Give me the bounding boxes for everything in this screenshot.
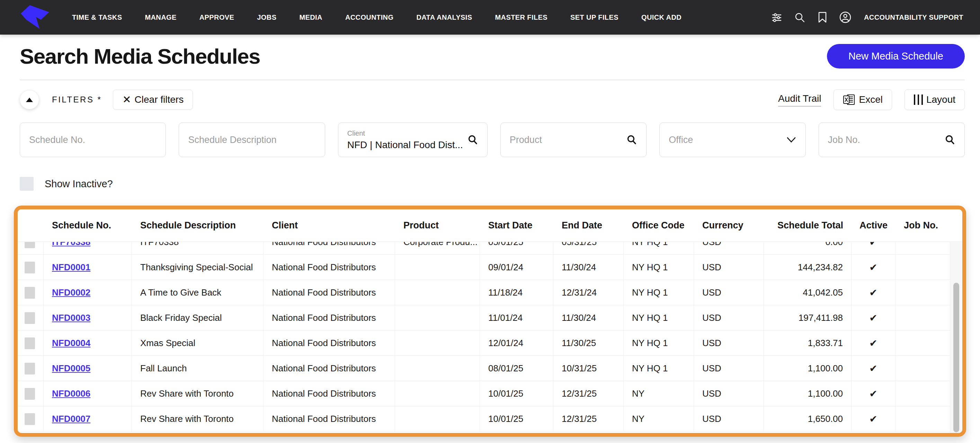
schedule-no-input[interactable] (29, 135, 156, 145)
active-cell: ✔ (851, 280, 896, 305)
start_date-cell: 05/01/25 (480, 242, 554, 254)
vertical-scrollbar-thumb[interactable] (953, 283, 959, 432)
schedule-no-link[interactable]: NFD0005 (52, 363, 91, 374)
job-no-input[interactable] (828, 135, 940, 145)
row-checkbox[interactable] (25, 363, 35, 375)
client-field[interactable]: Client NFD | National Food Dist... (338, 122, 488, 157)
office_code-cell: NY HQ 1 (624, 356, 694, 381)
schedule_total-cell: 1,650.00 (764, 406, 851, 431)
search-icon[interactable] (467, 134, 478, 145)
end_date-cell: 11/30/24 (554, 255, 624, 279)
schedule-no-link[interactable]: NFD0003 (52, 313, 91, 323)
job_no-cell (896, 330, 951, 356)
nav-item-quick-add[interactable]: QUICK ADD (641, 13, 681, 21)
client-field-label: Client (347, 129, 463, 137)
row-checkbox[interactable] (25, 388, 35, 400)
navbar-right: ACCOUNTABILITY SUPPORT (770, 11, 963, 24)
column-header: Job No. (896, 220, 951, 231)
accountability-support-link[interactable]: ACCOUNTABILITY SUPPORT (864, 13, 963, 21)
column-header: Schedule Description (132, 220, 264, 231)
nav-item-approve[interactable]: APPROVE (199, 13, 234, 21)
nav-item-data-analysis[interactable]: DATA ANALYSIS (416, 13, 472, 21)
nav-item-set-up-files[interactable]: SET UP FILES (570, 13, 619, 21)
product-cell (395, 406, 480, 431)
nav-item-media[interactable]: MEDIA (299, 13, 322, 21)
collapse-filters-button[interactable] (20, 90, 39, 110)
column-header: Currency (694, 220, 764, 231)
schedule-description-input[interactable] (188, 135, 315, 145)
client-cell: National Food Distributors (264, 406, 395, 431)
vertical-scrollbar-track[interactable] (950, 242, 963, 433)
bookmark-icon[interactable] (816, 11, 829, 24)
end_date-cell: 10/31/25 (554, 356, 624, 381)
description-cell: Thanksgiving Special-Social (132, 255, 264, 279)
table-row: NFD0002A Time to Give BackNational Food … (18, 280, 963, 305)
active-cell: ✔ (851, 356, 896, 381)
column-header: End Date (554, 220, 624, 231)
nav-item-jobs[interactable]: JOBS (257, 13, 276, 21)
job_no-cell (896, 280, 951, 305)
office-field[interactable]: Office (659, 122, 805, 157)
table-row: NFD0005Fall LaunchNational Food Distribu… (18, 356, 963, 381)
row-select-cell (18, 305, 44, 330)
audit-trail-link[interactable]: Audit Trail (778, 93, 821, 106)
sliders-icon[interactable] (770, 11, 783, 24)
page-body: Search Media Schedules New Media Schedul… (0, 44, 980, 437)
user-icon[interactable] (839, 11, 851, 24)
row-select-cell (18, 406, 44, 431)
layout-button[interactable]: Layout (905, 89, 965, 110)
schedule-no-cell: NFD0002 (44, 280, 132, 305)
row-select-cell (18, 330, 44, 356)
start_date-cell: 11/18/24 (480, 280, 554, 305)
schedule_total-cell: 1,100.00 (764, 356, 851, 381)
row-checkbox[interactable] (25, 337, 35, 349)
start_date-cell: 11/01/24 (480, 305, 554, 330)
app-logo-icon[interactable] (19, 5, 56, 30)
job_no-cell (896, 381, 951, 406)
clear-filters-button[interactable]: ✕ Clear filters (113, 90, 193, 110)
row-checkbox[interactable] (25, 262, 35, 273)
schedule-no-link[interactable]: NFD0006 (52, 388, 91, 399)
table-row: NFD0006Rev Share with TorontoNational Fo… (18, 381, 963, 406)
schedule-no-cell: NFD0006 (44, 381, 132, 406)
nav-item-manage[interactable]: MANAGE (145, 13, 176, 21)
description-cell: Rev Share with Toronto (132, 406, 264, 431)
schedule-no-link[interactable]: NFD0002 (52, 287, 91, 298)
show-inactive-checkbox[interactable] (20, 177, 33, 191)
search-icon[interactable] (944, 134, 955, 145)
row-checkbox[interactable] (25, 242, 35, 248)
chevron-down-icon[interactable] (786, 137, 797, 143)
job_no-cell (896, 255, 951, 279)
office_code-cell: NY HQ 1 (624, 330, 694, 356)
product-cell (395, 255, 480, 279)
row-checkbox[interactable] (25, 312, 35, 324)
active-cell: ✔ (851, 305, 896, 330)
column-header: Product (395, 220, 480, 231)
end_date-cell: 05/31/25 (554, 242, 624, 254)
schedule-no-link[interactable]: NFD0007 (52, 414, 91, 424)
nav-item-time-tasks[interactable]: TIME & TASKS (72, 13, 122, 21)
schedule-no-cell: NFD0001 (44, 255, 132, 279)
nav-item-master-files[interactable]: MASTER FILES (495, 13, 547, 21)
schedule-no-cell: NFD0003 (44, 305, 132, 330)
table-row: NFD0001Thanksgiving Special-SocialNation… (18, 255, 963, 280)
schedule-no-link[interactable]: NFD0004 (52, 338, 91, 349)
columns-icon (914, 94, 923, 105)
product-input[interactable] (510, 135, 622, 145)
end_date-cell: 11/30/25 (554, 330, 624, 356)
nav-item-accounting[interactable]: ACCOUNTING (345, 13, 394, 21)
schedule-no-link[interactable]: ITF70338 (52, 242, 91, 248)
table-row: ITF70338ITF70338National Food Distributo… (18, 242, 963, 255)
row-checkbox[interactable] (25, 413, 35, 425)
excel-export-button[interactable]: Excel (834, 89, 892, 110)
new-media-schedule-button[interactable]: New Media Schedule (827, 44, 965, 68)
schedule-no-link[interactable]: NFD0001 (52, 262, 91, 273)
row-checkbox[interactable] (25, 287, 35, 299)
job_no-cell (896, 406, 951, 431)
active-cell: ✔ (851, 255, 896, 279)
search-icon[interactable] (626, 134, 637, 145)
client-cell: National Food Distributors (264, 305, 395, 330)
schedule_total-cell: 41,042.05 (764, 280, 851, 305)
search-icon[interactable] (793, 11, 806, 24)
start_date-cell: 12/01/24 (480, 330, 554, 356)
